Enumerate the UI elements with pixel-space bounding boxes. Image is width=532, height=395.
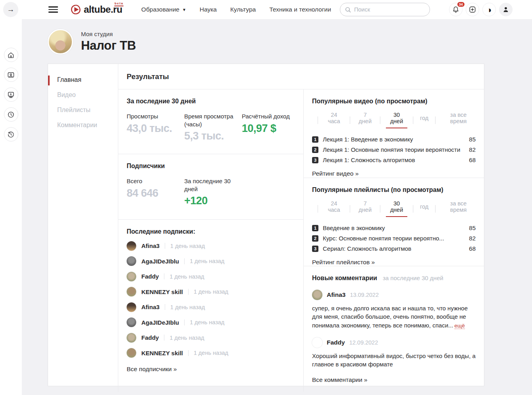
studio-nav-item[interactable]: Главная bbox=[48, 73, 118, 87]
subscriber-row[interactable]: Faddy 1 день назад bbox=[127, 272, 295, 281]
period-tab[interactable]: за все время bbox=[441, 200, 476, 217]
popular-playlists-section: Популярные плейлисты (по просмотрам) 24 … bbox=[304, 178, 484, 266]
popular-videos-section: Популярные видео (по просмотрам) 24 часа… bbox=[304, 89, 484, 178]
studio-nav-item[interactable]: Комментарии bbox=[48, 118, 118, 132]
subscriber-avatar bbox=[127, 318, 136, 327]
nav-culture[interactable]: Культура bbox=[230, 6, 256, 13]
video-rank-row[interactable]: 2 Лекция 1: Основные понятия теории веро… bbox=[312, 146, 476, 153]
comments-title: Новые комментарии bbox=[312, 275, 377, 282]
search-input[interactable] bbox=[354, 6, 425, 13]
search-box bbox=[340, 3, 430, 16]
playlists-rating-link[interactable]: Рейтинг плейлистов » bbox=[312, 259, 375, 266]
videos-rating-link[interactable]: Рейтинг видео » bbox=[312, 170, 359, 177]
subscriber-time: 1 день назад bbox=[190, 319, 224, 325]
period-tab[interactable]: 30 дней bbox=[386, 200, 407, 217]
nav-education[interactable]: Образование ▼ bbox=[141, 6, 186, 13]
popular-videos-title: Популярные видео (по просмотрам) bbox=[312, 98, 476, 105]
studio-nav-item[interactable]: Видео bbox=[48, 88, 118, 102]
results-header: Результаты bbox=[118, 64, 484, 89]
nav-science[interactable]: Наука bbox=[200, 6, 217, 13]
period-tab[interactable]: 7 дней bbox=[356, 112, 374, 128]
period-tab[interactable]: год bbox=[419, 115, 430, 125]
subscriber-row[interactable]: KENNEZY skill 1 день назад bbox=[127, 287, 295, 296]
notifications-button[interactable]: 34 bbox=[449, 3, 463, 16]
nav-tech[interactable]: Техника и технологии bbox=[269, 6, 331, 13]
comment-text: Хороший информативный видос, быстро четк… bbox=[312, 352, 476, 369]
subscriber-name: KENNEZY skill bbox=[141, 350, 183, 356]
period-tab[interactable]: 24 часа bbox=[324, 200, 345, 217]
subscriber-time: 1 день назад bbox=[170, 273, 204, 280]
menu-button[interactable] bbox=[48, 6, 58, 13]
video-views: 85 bbox=[469, 136, 476, 143]
comment-author: Afina3 bbox=[327, 291, 345, 298]
rank-badge: 3 bbox=[312, 246, 318, 252]
recent-subs-list: Afina3 1 день назад AgaJIDeJIblu 1 день bbox=[127, 241, 295, 358]
top-navigation: Образование ▼ Наука Культура Техника и т… bbox=[141, 6, 331, 13]
stats-column: За последние 30 дней Просмотры 43,0 тыс.… bbox=[118, 89, 303, 392]
subscriber-row[interactable]: AgaJIDeJIblu 1 день назад bbox=[127, 256, 295, 266]
add-content-button[interactable] bbox=[466, 3, 479, 16]
channel-avatar[interactable] bbox=[48, 29, 73, 54]
divider bbox=[164, 273, 164, 279]
rank-badge: 2 bbox=[312, 235, 318, 242]
profile-button[interactable] bbox=[499, 3, 513, 16]
sidebar-expand-button[interactable]: → bbox=[3, 2, 18, 17]
subscriber-avatar bbox=[127, 241, 136, 251]
playlist-rank-row[interactable]: 2 Курс: Основные понятия теории вероятно… bbox=[312, 235, 476, 242]
plus-icon bbox=[469, 6, 476, 13]
divider bbox=[165, 304, 165, 310]
logo-beta-badge: beta bbox=[114, 2, 123, 6]
video-rank-row[interactable]: 1 Лекция 1: Введение в экономику 85 bbox=[312, 136, 476, 143]
all-subscribers-link[interactable]: Все подписчики » bbox=[127, 366, 177, 373]
playlist-rank-row[interactable]: 3 Сериал: Сложность алгоритмов 68 bbox=[312, 245, 476, 252]
stat-watch-time-value: 5,3 тыс. bbox=[184, 130, 242, 142]
left-rail bbox=[0, 19, 22, 395]
dashboard-card: Главная Видео Плейлисты Комментарии Резу… bbox=[48, 64, 484, 386]
playlist-rank-row[interactable]: 1 Введение в экономику 85 bbox=[312, 225, 476, 231]
bell-icon bbox=[452, 6, 459, 13]
rank-badge: 3 bbox=[312, 157, 318, 163]
results-title: Результаты bbox=[127, 72, 169, 81]
subscriber-row[interactable]: AgaJIDeJIblu 1 день назад bbox=[127, 318, 295, 327]
rail-subscriptions-button[interactable] bbox=[4, 87, 18, 102]
subscriber-row[interactable]: Afina3 1 день назад bbox=[127, 302, 295, 312]
subscriber-avatar bbox=[127, 302, 136, 312]
subscriber-name: Faddy bbox=[141, 273, 159, 280]
studio-nav-item[interactable]: Плейлисты bbox=[48, 103, 118, 117]
home-icon bbox=[7, 51, 15, 59]
rail-channel-button[interactable] bbox=[4, 68, 18, 82]
period-tab[interactable]: год bbox=[419, 203, 430, 214]
subscriber-row[interactable]: KENNEZY skill 1 день назад bbox=[127, 348, 295, 358]
subscriber-name: AgaJIDeJIblu bbox=[141, 319, 179, 326]
period-tab[interactable]: за все время bbox=[441, 112, 476, 128]
stat-revenue: Расчётный доход 10,97 $ bbox=[242, 112, 290, 142]
comment-avatar bbox=[312, 337, 322, 348]
logo[interactable]: altube.ru beta bbox=[70, 4, 122, 15]
comment-avatar bbox=[312, 290, 322, 300]
subscriber-row[interactable]: Afina3 1 день назад bbox=[127, 241, 295, 251]
studio-nav: Главная Видео Плейлисты Комментарии bbox=[48, 64, 118, 392]
rail-watch-later-button[interactable] bbox=[4, 107, 18, 122]
period-tab[interactable]: 30 дней bbox=[386, 112, 407, 128]
video-rank-row[interactable]: 3 Лекция 1: Сложность алгоритмов 68 bbox=[312, 157, 476, 163]
all-comments-link[interactable]: Все комментарии » bbox=[312, 376, 368, 383]
subscriber-avatar bbox=[127, 256, 136, 266]
period-tab[interactable]: 24 часа bbox=[324, 112, 345, 128]
period-tab[interactable]: 7 дней bbox=[356, 200, 374, 217]
divider bbox=[164, 335, 164, 341]
video-views: 68 bbox=[469, 157, 476, 163]
top-bar: → altube.ru beta Образование ▼ Наука Кул… bbox=[0, 0, 532, 19]
theme-toggle-button[interactable]: ◑ bbox=[482, 3, 496, 16]
notifications-badge: 34 bbox=[457, 2, 465, 7]
comment-more-link[interactable]: ещё bbox=[455, 323, 465, 329]
period-stats-section: За последние 30 дней Просмотры 43,0 тыс.… bbox=[118, 89, 303, 154]
comments-subtitle: за последние 30 дней bbox=[383, 275, 443, 281]
subscriber-row[interactable]: Faddy 1 день назад bbox=[127, 333, 295, 343]
rail-history-button[interactable] bbox=[4, 127, 18, 141]
rank-badge: 1 bbox=[312, 136, 318, 143]
rail-home-button[interactable] bbox=[4, 48, 18, 62]
rank-badge: 2 bbox=[312, 147, 318, 153]
comment-author: Faddy bbox=[327, 339, 345, 346]
divider bbox=[188, 350, 189, 356]
recent-subs-section: Последние подписки: Afina3 1 день назад bbox=[118, 220, 303, 381]
